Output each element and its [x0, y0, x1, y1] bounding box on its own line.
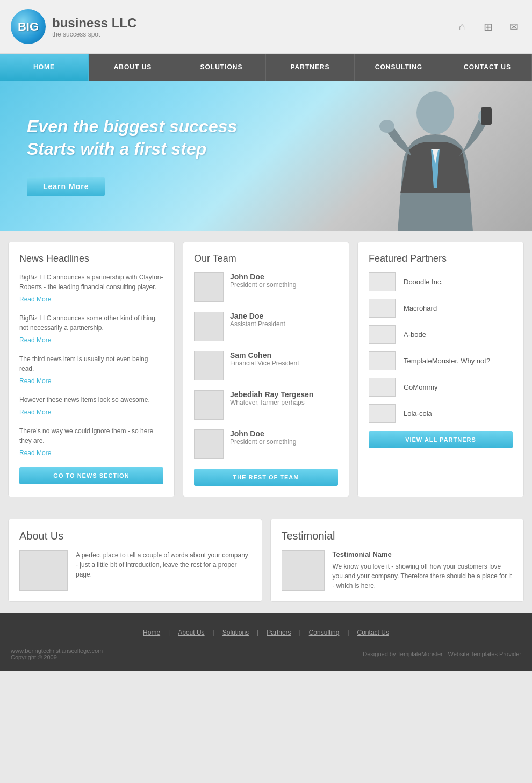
news-item: BigBiz LLC announces some other kind of … — [19, 313, 163, 344]
partner-logo — [369, 299, 396, 318]
three-column-section: News Headlines BigBiz LLC announces a pa… — [0, 231, 532, 508]
testimonial-content: Testimonial Name We know you love it - s… — [282, 550, 513, 591]
team-photo — [194, 429, 224, 459]
team-member: John Doe President or something — [194, 429, 338, 459]
partner-logo — [369, 351, 396, 370]
news-title: News Headlines — [19, 253, 163, 264]
site-footer: Home | About Us | Solutions | Partners |… — [0, 613, 532, 671]
footer-separator: | — [168, 629, 170, 636]
about-box: About Us A perfect place to tell a coupl… — [8, 519, 262, 602]
home-icon[interactable]: ⌂ — [455, 19, 470, 34]
two-column-section: About Us A perfect place to tell a coupl… — [0, 508, 532, 613]
footer-separator: | — [299, 629, 301, 636]
learn-more-button[interactable]: Learn More — [27, 177, 105, 196]
nav-partners[interactable]: PARTNERS — [266, 54, 355, 81]
read-more-link[interactable]: Read More — [19, 377, 51, 385]
news-item: There's no way we could ignore them - so… — [19, 426, 163, 457]
team-info: Sam Cohen Financial Vice President — [230, 351, 299, 367]
logo-text-area: business LLC the success spot — [52, 16, 136, 38]
member-name: John Doe — [230, 429, 296, 438]
svg-point-3 — [379, 120, 394, 133]
news-box: News Headlines BigBiz LLC announces a pa… — [8, 242, 175, 497]
partner-name: A-bode — [404, 331, 426, 339]
member-name: Jane Doe — [230, 312, 285, 320]
team-photo — [194, 390, 224, 420]
member-role: President or something — [230, 438, 296, 446]
site-header: BIG business LLC the success spot ⌂ ⊞ ✉ — [0, 0, 532, 54]
about-text: A perfect place to tell a couple of word… — [76, 550, 251, 591]
partner-name: Macrohard — [404, 304, 437, 312]
testimonial-body: We know you love it - showing off how yo… — [333, 562, 513, 591]
partner-item: A-bode — [369, 325, 513, 344]
team-photo — [194, 272, 224, 302]
about-content: A perfect place to tell a couple of word… — [19, 550, 251, 591]
member-role: Assistant President — [230, 320, 285, 328]
navbar: HOME ABOUT US SOLUTIONS PARTNERS CONSULT… — [0, 54, 532, 81]
partner-logo — [369, 272, 396, 291]
partner-name: TemplateMonster. Why not? — [404, 357, 490, 365]
testimonial-title: Testimonial — [282, 530, 513, 542]
footer-nav: Home | About Us | Solutions | Partners |… — [11, 623, 521, 642]
news-text: BigBiz LLC announces a partnership with … — [19, 272, 163, 292]
hero-banner: Even the biggest success Starts with a f… — [0, 81, 532, 231]
logo-area: BIG business LLC the success spot — [11, 9, 136, 44]
company-tagline: the success spot — [52, 31, 136, 38]
footer-link-about[interactable]: About Us — [178, 629, 204, 636]
footer-separator: | — [257, 629, 258, 636]
read-more-link[interactable]: Read More — [19, 336, 51, 344]
read-more-link[interactable]: Read More — [19, 449, 51, 457]
grid-icon[interactable]: ⊞ — [480, 19, 495, 34]
news-text: BigBiz LLC announces some other kind of … — [19, 313, 163, 333]
footer-link-solutions[interactable]: Solutions — [222, 629, 249, 636]
partner-name: GoMommy — [404, 383, 438, 391]
email-icon[interactable]: ✉ — [506, 19, 521, 34]
partner-name: Dooodle Inc. — [404, 278, 443, 286]
footer-link-home[interactable]: Home — [143, 629, 160, 636]
news-text: There's no way we could ignore them - so… — [19, 426, 163, 446]
footer-separator: | — [213, 629, 214, 636]
news-item: However these news items look so awesome… — [19, 395, 163, 416]
team-title: Our Team — [194, 253, 338, 264]
partner-logo — [369, 325, 396, 344]
hero-headline: Even the biggest success Starts with a f… — [27, 116, 237, 160]
svg-rect-2 — [481, 107, 492, 125]
nav-home[interactable]: HOME — [0, 54, 89, 81]
header-icons: ⌂ ⊞ ✉ — [455, 19, 521, 34]
member-role: President or something — [230, 281, 296, 289]
member-name: John Doe — [230, 272, 296, 281]
team-member: Sam Cohen Financial Vice President — [194, 351, 338, 380]
member-role: Financial Vice President — [230, 360, 299, 367]
go-to-news-button[interactable]: GO TO NEWS SECTION — [19, 467, 163, 484]
partner-item: Macrohard — [369, 299, 513, 318]
testimonial-text-area: Testimonial Name We know you love it - s… — [333, 550, 513, 591]
team-photo — [194, 351, 224, 380]
partner-logo — [369, 378, 396, 397]
footer-link-consulting[interactable]: Consulting — [309, 629, 340, 636]
read-more-link[interactable]: Read More — [19, 408, 51, 416]
footer-copyright: www.beringtechristianscollege.com Copyri… — [11, 648, 103, 660]
nav-consulting[interactable]: CONSULTING — [355, 54, 443, 81]
hero-person-image — [349, 86, 500, 231]
team-member: Jane Doe Assistant President — [194, 312, 338, 341]
news-item: The third news item is usually not even … — [19, 354, 163, 385]
footer-bottom: www.beringtechristianscollege.com Copyri… — [11, 648, 521, 660]
read-more-link[interactable]: Read More — [19, 296, 51, 303]
footer-link-contact[interactable]: Contact Us — [357, 629, 389, 636]
team-info: John Doe President or something — [230, 272, 296, 289]
nav-about[interactable]: ABOUT US — [89, 54, 177, 81]
logo-icon: BIG — [11, 9, 46, 44]
nav-solutions[interactable]: SOLUTIONS — [177, 54, 266, 81]
partners-box: Featured Partners Dooodle Inc. Macrohard… — [357, 242, 524, 497]
hero-content: Even the biggest success Starts with a f… — [0, 116, 264, 196]
partner-item: Lola-cola — [369, 404, 513, 423]
partner-name: Lola-cola — [404, 410, 432, 418]
about-title: About Us — [19, 530, 251, 542]
member-name: Jebediah Ray Tergesen — [230, 390, 313, 399]
nav-contact[interactable]: CONTACT US — [443, 54, 532, 81]
view-all-partners-button[interactable]: VIEW ALL PARTNERS — [369, 431, 513, 448]
footer-link-partners[interactable]: Partners — [267, 629, 291, 636]
testimonial-box: Testimonial Testimonial Name We know you… — [270, 519, 524, 602]
about-image — [19, 550, 68, 591]
rest-of-team-button[interactable]: THE REST OF TEAM — [194, 469, 338, 486]
partner-item: Dooodle Inc. — [369, 272, 513, 291]
